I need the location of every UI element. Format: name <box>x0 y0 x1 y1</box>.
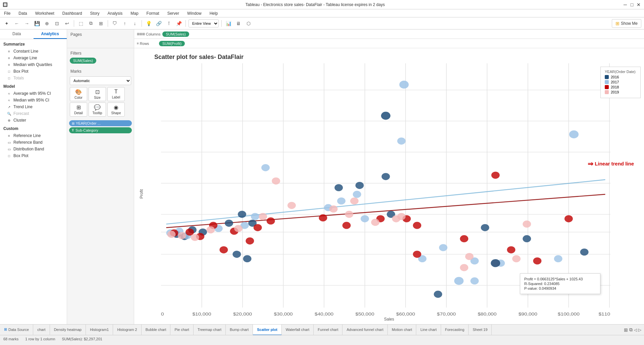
menu-worksheet[interactable]: Worksheet <box>34 10 56 16</box>
view-dropdown[interactable]: Entire View <box>189 19 219 27</box>
median-quartiles-item[interactable]: ≡ Median with Quartiles <box>0 61 67 68</box>
svg-text:$110,000: $110,000 <box>598 312 610 317</box>
filter-icon[interactable]: ⛉ <box>111 19 119 27</box>
menu-map[interactable]: Map <box>129 10 140 16</box>
menu-data[interactable]: Data <box>17 10 28 16</box>
columns-pill[interactable]: SUM(Sales) <box>162 31 189 37</box>
trend-line-icon: ↗ <box>7 105 11 109</box>
duplicate-sheet-icon[interactable]: ⧉ <box>629 327 633 333</box>
tab-density-heatmap[interactable]: Density heatmap <box>50 325 86 335</box>
label-icon[interactable]: ⊺ <box>165 19 173 27</box>
rows-label: ≡ Rows <box>137 42 157 46</box>
pause-icon[interactable]: ⊡ <box>53 19 61 27</box>
back-icon[interactable]: ← <box>13 19 21 27</box>
forward-icon[interactable]: → <box>23 19 31 27</box>
sort-desc-icon[interactable]: ↓ <box>131 19 139 27</box>
svg-point-101 <box>259 213 267 220</box>
link-icon[interactable]: 🔗 <box>155 19 163 27</box>
menu-help[interactable]: Help <box>208 10 219 16</box>
tab-advanced-funnel[interactable]: Advanced funnel chart <box>342 325 387 335</box>
share-icon[interactable]: ⬡ <box>245 19 253 27</box>
subcategory-field-pill[interactable]: 𝐓 Sub-Category <box>69 127 132 133</box>
sort-asc-icon[interactable]: ↑ <box>121 19 129 27</box>
rows-pill[interactable]: SUM(Profit) <box>159 41 185 46</box>
new-workbook-icon[interactable]: ✦ <box>3 19 11 27</box>
year-field-pill[interactable]: ⊞ YEAR(Order ... <box>69 120 132 126</box>
rows-shelf: ≡ Rows SUM(Profit) <box>134 39 644 48</box>
tab-scatter-plot[interactable]: Scatter plot <box>253 325 282 335</box>
select-icon[interactable]: ⬚ <box>77 19 85 27</box>
average-line-item[interactable]: ≡ Average Line <box>0 55 67 61</box>
custom-box-plot-item[interactable]: □ Box Plot <box>0 152 67 159</box>
pin-icon[interactable]: 📌 <box>175 19 183 27</box>
constant-line-item[interactable]: ≡ Constant Line <box>0 48 67 55</box>
avg-95ci-item[interactable]: ≈ Average with 95% CI <box>0 90 67 97</box>
filter-pill-sales[interactable]: SUM(Sales) <box>70 58 96 64</box>
maximize-button[interactable]: □ <box>629 2 635 7</box>
main-layout: Data Analytics Summarize ≡ Constant Line… <box>0 29 644 324</box>
legend-item-2016: 2016 <box>605 75 636 79</box>
menu-dashboard[interactable]: Dashboard <box>61 10 84 16</box>
grid-icon[interactable]: ⊞ <box>97 19 105 27</box>
box-plot-item[interactable]: □ Box Plot <box>0 68 67 75</box>
constant-line-icon: ≡ <box>7 49 11 54</box>
label-button[interactable]: T Label <box>107 87 125 101</box>
menu-analysis[interactable]: Analysis <box>106 10 124 16</box>
color-button[interactable]: 🎨 Color <box>70 87 87 101</box>
toolbar-separator-2 <box>108 20 108 27</box>
tab-treemap-chart[interactable]: Treemap chart <box>194 325 226 335</box>
scroll-right-icon[interactable]: ▷ <box>638 328 641 332</box>
menu-file[interactable]: File <box>3 10 12 16</box>
minimize-button[interactable]: ─ <box>623 2 628 7</box>
menu-server[interactable]: Server <box>166 10 180 16</box>
scroll-left-icon[interactable]: ◁ <box>634 328 637 332</box>
menu-window[interactable]: Window <box>186 10 203 16</box>
tab-waterfall-chart[interactable]: Waterfall chart <box>282 325 314 335</box>
median-95ci-item[interactable]: ≈ Median with 95% CI <box>0 97 67 104</box>
size-button[interactable]: ⊡ Size <box>89 87 106 101</box>
svg-point-117 <box>454 277 464 285</box>
marks-buttons: 🎨 Color ⊡ Size T Label ⊞ Detail 💬 To <box>70 87 131 117</box>
detail-button[interactable]: ⊞ Detail <box>70 102 87 117</box>
tab-chart[interactable]: chart <box>33 325 50 335</box>
tab-histogram1[interactable]: Histogram1 <box>86 325 113 335</box>
highlight-icon[interactable]: 💡 <box>145 19 153 27</box>
analytics-tab[interactable]: Analytics <box>34 29 67 39</box>
tab-line-chart[interactable]: Line chart <box>416 325 441 335</box>
save-icon[interactable]: 💾 <box>33 19 41 27</box>
middle-panel: Pages Filters SUM(Sales) Marks Automatic… <box>67 29 134 324</box>
device-icon[interactable]: 🖥 <box>234 19 243 27</box>
tab-forecasting[interactable]: Forecasting <box>441 325 469 335</box>
svg-point-109 <box>397 213 406 220</box>
marks-type-dropdown[interactable]: Automatic <box>70 76 131 85</box>
trend-line-item[interactable]: ↗ Trend Line <box>0 104 67 110</box>
tab-funnel-chart[interactable]: Funnel chart <box>314 325 342 335</box>
tab-sheet19[interactable]: Sheet 19 <box>469 325 492 335</box>
close-button[interactable]: ✕ <box>636 2 641 7</box>
tab-pie-chart[interactable]: Pie chart <box>170 325 193 335</box>
add-data-icon[interactable]: ⊕ <box>43 19 51 27</box>
tab-motion-chart[interactable]: Motion chart <box>388 325 417 335</box>
undo-icon[interactable]: ↩ <box>63 19 71 27</box>
new-sheet-icon[interactable]: ⊞ <box>624 327 628 333</box>
tab-bubble-chart[interactable]: Bubble chart <box>142 325 171 335</box>
svg-point-86 <box>342 222 351 229</box>
cluster-item[interactable]: ⊕ Cluster <box>0 117 67 124</box>
tab-data-source[interactable]: ⊞ Data Source <box>0 325 33 335</box>
duplicate-icon[interactable]: ⧉ <box>87 19 95 27</box>
viz-icon[interactable]: 📊 <box>224 19 232 27</box>
menu-format[interactable]: Format <box>145 10 161 16</box>
shape-button[interactable]: ◉ Shape <box>107 102 125 117</box>
reference-band-item[interactable]: ▭ Reference Band <box>0 139 67 146</box>
tab-bump-chart[interactable]: Bump chart <box>226 325 253 335</box>
data-tab[interactable]: Data <box>0 29 34 39</box>
show-me-button[interactable]: ⊞ Show Me <box>612 19 641 28</box>
svg-point-94 <box>533 257 541 264</box>
menu-story[interactable]: Story <box>89 10 101 16</box>
reference-line-item[interactable]: ≡ Reference Line <box>0 132 67 139</box>
tooltip-button[interactable]: 💬 Tooltip <box>89 102 106 117</box>
svg-point-96 <box>167 231 176 238</box>
distribution-band-item[interactable]: ▭ Distribution Band <box>0 146 67 152</box>
svg-point-48 <box>232 251 241 258</box>
tab-histogram2[interactable]: Histogram 2 <box>113 325 141 335</box>
